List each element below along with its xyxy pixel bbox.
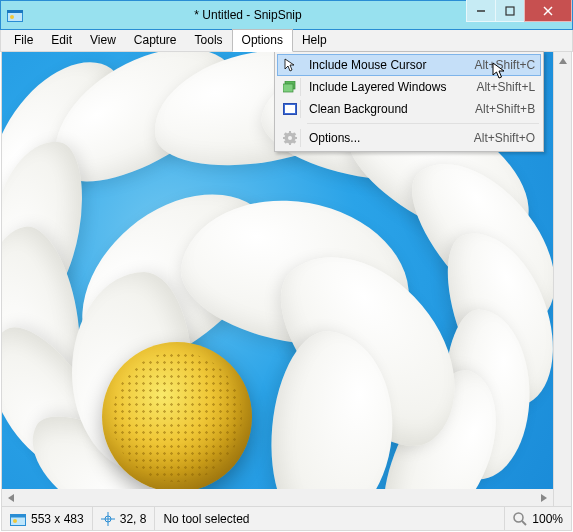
scroll-track[interactable] xyxy=(20,489,535,506)
menu-item-label: Include Layered Windows xyxy=(309,80,466,94)
menu-view[interactable]: View xyxy=(81,30,125,51)
svg-point-24 xyxy=(13,519,17,523)
status-zoom: 100% xyxy=(505,507,571,530)
app-icon xyxy=(1,1,29,29)
svg-line-29 xyxy=(522,521,526,525)
menu-edit[interactable]: Edit xyxy=(42,30,81,51)
scroll-corner xyxy=(554,489,572,507)
svg-rect-11 xyxy=(285,105,295,113)
menu-file[interactable]: File xyxy=(5,30,42,51)
scroll-up-arrow-icon[interactable] xyxy=(554,52,571,70)
menu-clean-background[interactable]: Clean Background Alt+Shift+B xyxy=(277,98,541,120)
menu-item-label: Clean Background xyxy=(309,102,465,116)
svg-rect-15 xyxy=(289,142,291,145)
crosshair-icon xyxy=(101,512,115,526)
clean-bg-icon xyxy=(279,100,301,118)
menu-item-accel: Alt+Shift+C xyxy=(464,58,535,72)
horizontal-scrollbar[interactable] xyxy=(1,489,554,507)
status-tool-value: No tool selected xyxy=(163,512,249,526)
vertical-scrollbar[interactable] xyxy=(553,52,571,506)
svg-rect-3 xyxy=(7,10,23,13)
svg-rect-23 xyxy=(11,514,26,517)
menu-item-label: Include Mouse Cursor xyxy=(309,58,464,72)
window-title: * Untitled - SnipSnip xyxy=(29,1,467,29)
svg-point-13 xyxy=(288,136,292,140)
menu-help[interactable]: Help xyxy=(293,30,336,51)
scroll-track[interactable] xyxy=(554,70,571,488)
menu-tools[interactable]: Tools xyxy=(186,30,232,51)
menu-options[interactable]: Options xyxy=(232,29,293,52)
svg-rect-16 xyxy=(283,137,286,139)
menu-options-dialog[interactable]: Options... Alt+Shift+O xyxy=(277,127,541,149)
options-dropdown: Include Mouse Cursor Alt+Shift+C Include… xyxy=(274,51,544,152)
system-buttons xyxy=(467,0,572,22)
menu-capture[interactable]: Capture xyxy=(125,30,186,51)
menu-item-accel: Alt+Shift+O xyxy=(464,131,535,145)
scroll-right-arrow-icon[interactable] xyxy=(535,489,553,506)
scroll-left-arrow-icon[interactable] xyxy=(2,489,20,506)
svg-rect-17 xyxy=(294,137,297,139)
svg-rect-14 xyxy=(289,131,291,134)
gear-icon xyxy=(279,129,301,147)
status-zoom-value: 100% xyxy=(532,512,563,526)
svg-rect-9 xyxy=(283,84,293,92)
title-bar: * Untitled - SnipSnip xyxy=(0,0,573,30)
menu-item-label: Options... xyxy=(309,131,464,145)
svg-rect-5 xyxy=(506,7,514,15)
menu-include-mouse-cursor[interactable]: Include Mouse Cursor Alt+Shift+C xyxy=(277,54,541,76)
status-coordinates: 32, 8 xyxy=(93,507,156,530)
status-tool: No tool selected xyxy=(155,507,505,530)
svg-point-28 xyxy=(514,513,523,522)
image-size-icon xyxy=(10,512,26,526)
menu-separator xyxy=(307,123,539,124)
menu-item-accel: Alt+Shift+L xyxy=(466,80,535,94)
svg-point-2 xyxy=(10,15,14,19)
layered-icon xyxy=(279,78,301,96)
maximize-button[interactable] xyxy=(495,0,525,22)
status-bar: 553 x 483 32, 8 No tool selected 100% xyxy=(1,507,572,531)
status-size-value: 553 x 483 xyxy=(31,512,84,526)
magnifier-icon xyxy=(513,512,527,526)
minimize-button[interactable] xyxy=(466,0,496,22)
menu-item-accel: Alt+Shift+B xyxy=(465,102,535,116)
cursor-icon xyxy=(279,56,301,74)
status-coords-value: 32, 8 xyxy=(120,512,147,526)
close-button[interactable] xyxy=(524,0,572,22)
status-image-size: 553 x 483 xyxy=(2,507,93,530)
menu-bar: File Edit View Capture Tools Options Hel… xyxy=(0,30,573,52)
menu-include-layered-windows[interactable]: Include Layered Windows Alt+Shift+L xyxy=(277,76,541,98)
